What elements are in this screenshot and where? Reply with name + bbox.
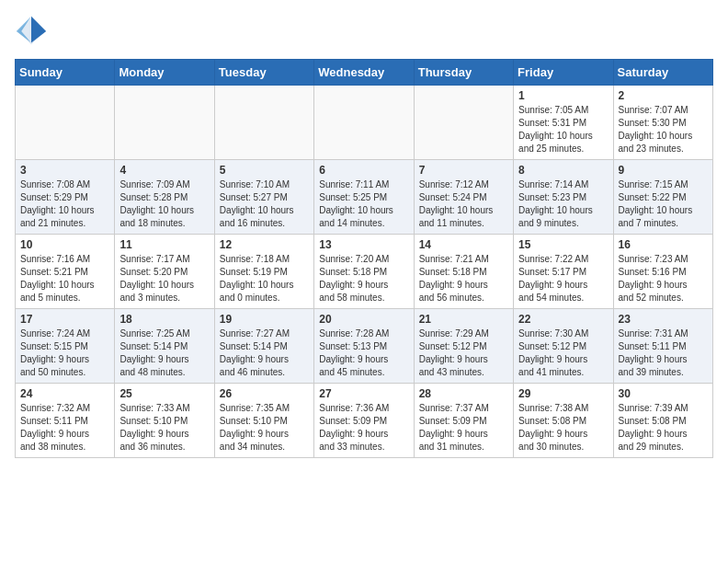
day-info: Sunrise: 7:36 AM Sunset: 5:09 PM Dayligh… xyxy=(319,402,408,454)
logo-icon xyxy=(15,15,48,48)
day-number: 21 xyxy=(419,313,508,326)
day-cell: 5Sunrise: 7:10 AM Sunset: 5:27 PM Daylig… xyxy=(214,160,313,235)
day-cell: 18Sunrise: 7:25 AM Sunset: 5:14 PM Dayli… xyxy=(115,309,214,384)
day-info: Sunrise: 7:31 AM Sunset: 5:11 PM Dayligh… xyxy=(619,327,708,379)
day-cell: 8Sunrise: 7:14 AM Sunset: 5:23 PM Daylig… xyxy=(514,160,613,235)
day-info: Sunrise: 7:08 AM Sunset: 5:29 PM Dayligh… xyxy=(20,178,109,230)
day-number: 14 xyxy=(419,238,508,251)
day-number: 24 xyxy=(20,387,109,400)
day-number: 13 xyxy=(319,238,408,251)
day-info: Sunrise: 7:24 AM Sunset: 5:15 PM Dayligh… xyxy=(20,327,109,379)
day-number: 30 xyxy=(619,387,708,400)
weekday-header-wednesday: Wednesday xyxy=(314,60,414,86)
week-row-2: 3Sunrise: 7:08 AM Sunset: 5:29 PM Daylig… xyxy=(16,160,713,235)
weekday-header-monday: Monday xyxy=(115,60,214,86)
day-info: Sunrise: 7:30 AM Sunset: 5:12 PM Dayligh… xyxy=(518,327,608,379)
day-info: Sunrise: 7:29 AM Sunset: 5:12 PM Dayligh… xyxy=(419,327,508,379)
day-cell: 7Sunrise: 7:12 AM Sunset: 5:24 PM Daylig… xyxy=(414,160,513,235)
day-number: 18 xyxy=(119,313,209,326)
day-info: Sunrise: 7:21 AM Sunset: 5:18 PM Dayligh… xyxy=(419,253,508,304)
day-info: Sunrise: 7:39 AM Sunset: 5:08 PM Dayligh… xyxy=(619,402,708,454)
day-cell: 28Sunrise: 7:37 AM Sunset: 5:09 PM Dayli… xyxy=(414,384,513,458)
day-info: Sunrise: 7:05 AM Sunset: 5:31 PM Dayligh… xyxy=(518,104,608,155)
day-info: Sunrise: 7:10 AM Sunset: 5:27 PM Dayligh… xyxy=(220,178,309,230)
day-cell: 27Sunrise: 7:36 AM Sunset: 5:09 PM Dayli… xyxy=(314,384,414,458)
calendar: SundayMondayTuesdayWednesdayThursdayFrid… xyxy=(15,59,713,458)
day-number: 11 xyxy=(119,238,209,251)
day-info: Sunrise: 7:32 AM Sunset: 5:11 PM Dayligh… xyxy=(20,402,109,454)
day-cell: 6Sunrise: 7:11 AM Sunset: 5:25 PM Daylig… xyxy=(314,160,414,235)
day-cell: 19Sunrise: 7:27 AM Sunset: 5:14 PM Dayli… xyxy=(214,309,313,384)
day-number: 7 xyxy=(419,164,508,177)
day-number: 16 xyxy=(619,238,708,251)
day-info: Sunrise: 7:23 AM Sunset: 5:16 PM Dayligh… xyxy=(619,253,708,304)
day-number: 27 xyxy=(319,387,408,400)
day-info: Sunrise: 7:16 AM Sunset: 5:21 PM Dayligh… xyxy=(20,253,109,304)
day-number: 10 xyxy=(20,238,109,251)
day-cell: 21Sunrise: 7:29 AM Sunset: 5:12 PM Dayli… xyxy=(414,309,513,384)
day-number: 25 xyxy=(119,387,209,400)
day-cell: 29Sunrise: 7:38 AM Sunset: 5:08 PM Dayli… xyxy=(514,384,613,458)
week-row-1: 1Sunrise: 7:05 AM Sunset: 5:31 PM Daylig… xyxy=(16,86,713,160)
day-number: 1 xyxy=(518,89,608,102)
week-row-4: 17Sunrise: 7:24 AM Sunset: 5:15 PM Dayli… xyxy=(16,309,713,384)
day-number: 28 xyxy=(419,387,508,400)
day-number: 9 xyxy=(619,164,708,177)
week-row-3: 10Sunrise: 7:16 AM Sunset: 5:21 PM Dayli… xyxy=(16,235,713,309)
day-number: 12 xyxy=(220,238,309,251)
day-cell: 24Sunrise: 7:32 AM Sunset: 5:11 PM Dayli… xyxy=(16,384,115,458)
day-info: Sunrise: 7:33 AM Sunset: 5:10 PM Dayligh… xyxy=(119,402,209,454)
day-number: 3 xyxy=(20,164,109,177)
day-cell xyxy=(314,86,414,160)
day-info: Sunrise: 7:25 AM Sunset: 5:14 PM Dayligh… xyxy=(119,327,209,379)
day-number: 6 xyxy=(319,164,408,177)
day-cell: 3Sunrise: 7:08 AM Sunset: 5:29 PM Daylig… xyxy=(16,160,115,235)
weekday-header-row: SundayMondayTuesdayWednesdayThursdayFrid… xyxy=(16,60,713,86)
day-number: 2 xyxy=(619,89,708,102)
day-cell: 26Sunrise: 7:35 AM Sunset: 5:10 PM Dayli… xyxy=(214,384,313,458)
day-number: 8 xyxy=(518,164,608,177)
day-info: Sunrise: 7:11 AM Sunset: 5:25 PM Dayligh… xyxy=(319,178,408,230)
weekday-header-tuesday: Tuesday xyxy=(214,60,313,86)
day-cell: 4Sunrise: 7:09 AM Sunset: 5:28 PM Daylig… xyxy=(115,160,214,235)
week-row-5: 24Sunrise: 7:32 AM Sunset: 5:11 PM Dayli… xyxy=(16,384,713,458)
day-info: Sunrise: 7:22 AM Sunset: 5:17 PM Dayligh… xyxy=(518,253,608,304)
day-cell: 23Sunrise: 7:31 AM Sunset: 5:11 PM Dayli… xyxy=(613,309,712,384)
day-cell xyxy=(414,86,513,160)
day-cell: 30Sunrise: 7:39 AM Sunset: 5:08 PM Dayli… xyxy=(613,384,712,458)
day-info: Sunrise: 7:28 AM Sunset: 5:13 PM Dayligh… xyxy=(319,327,408,379)
day-number: 20 xyxy=(319,313,408,326)
day-cell: 2Sunrise: 7:07 AM Sunset: 5:30 PM Daylig… xyxy=(613,86,712,160)
day-number: 15 xyxy=(518,238,608,251)
day-info: Sunrise: 7:37 AM Sunset: 5:09 PM Dayligh… xyxy=(419,402,508,454)
day-info: Sunrise: 7:09 AM Sunset: 5:28 PM Dayligh… xyxy=(119,178,209,230)
day-cell xyxy=(115,86,214,160)
day-cell: 13Sunrise: 7:20 AM Sunset: 5:18 PM Dayli… xyxy=(314,235,414,309)
day-cell: 16Sunrise: 7:23 AM Sunset: 5:16 PM Dayli… xyxy=(613,235,712,309)
day-cell: 22Sunrise: 7:30 AM Sunset: 5:12 PM Dayli… xyxy=(514,309,613,384)
day-info: Sunrise: 7:12 AM Sunset: 5:24 PM Dayligh… xyxy=(419,178,508,230)
weekday-header-sunday: Sunday xyxy=(16,60,115,86)
day-cell xyxy=(214,86,313,160)
day-number: 19 xyxy=(220,313,309,326)
day-info: Sunrise: 7:18 AM Sunset: 5:19 PM Dayligh… xyxy=(220,253,309,304)
day-info: Sunrise: 7:14 AM Sunset: 5:23 PM Dayligh… xyxy=(518,178,608,230)
day-info: Sunrise: 7:20 AM Sunset: 5:18 PM Dayligh… xyxy=(319,253,408,304)
day-number: 29 xyxy=(518,387,608,400)
day-cell: 12Sunrise: 7:18 AM Sunset: 5:19 PM Dayli… xyxy=(214,235,313,309)
day-number: 23 xyxy=(619,313,708,326)
weekday-header-thursday: Thursday xyxy=(414,60,513,86)
day-info: Sunrise: 7:38 AM Sunset: 5:08 PM Dayligh… xyxy=(518,402,608,454)
day-info: Sunrise: 7:35 AM Sunset: 5:10 PM Dayligh… xyxy=(220,402,309,454)
day-number: 5 xyxy=(220,164,309,177)
day-info: Sunrise: 7:15 AM Sunset: 5:22 PM Dayligh… xyxy=(619,178,708,230)
day-number: 17 xyxy=(20,313,109,326)
day-cell: 25Sunrise: 7:33 AM Sunset: 5:10 PM Dayli… xyxy=(115,384,214,458)
day-cell: 14Sunrise: 7:21 AM Sunset: 5:18 PM Dayli… xyxy=(414,235,513,309)
day-cell: 17Sunrise: 7:24 AM Sunset: 5:15 PM Dayli… xyxy=(16,309,115,384)
day-info: Sunrise: 7:17 AM Sunset: 5:20 PM Dayligh… xyxy=(119,253,209,304)
day-cell: 15Sunrise: 7:22 AM Sunset: 5:17 PM Dayli… xyxy=(514,235,613,309)
day-cell: 10Sunrise: 7:16 AM Sunset: 5:21 PM Dayli… xyxy=(16,235,115,309)
page: SundayMondayTuesdayWednesdayThursdayFrid… xyxy=(0,0,728,473)
day-number: 26 xyxy=(220,387,309,400)
